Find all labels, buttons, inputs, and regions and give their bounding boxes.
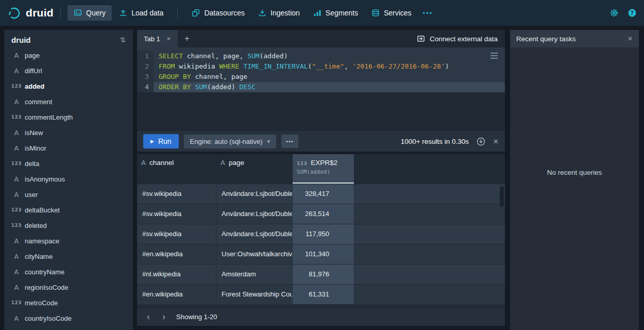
prev-page-button[interactable]: ‹: [141, 310, 156, 324]
sidebar-column-commentLength[interactable]: 123commentLength: [4, 109, 133, 125]
column-name: page: [25, 52, 40, 59]
tasks-empty-message: No recent queries: [510, 169, 639, 176]
download-results-icon[interactable]: [477, 137, 485, 146]
help-icon[interactable]: ?: [628, 8, 637, 18]
sidebar-column-isMinor[interactable]: AisMinor: [4, 140, 133, 156]
cell-channel[interactable]: #sv.wikipedia: [137, 224, 216, 244]
cell-EXPR$2[interactable]: 61,331: [293, 285, 354, 304]
cell-page[interactable]: Forest Stewardship Cou: [216, 285, 293, 304]
settings-gear-icon[interactable]: [609, 8, 619, 18]
table-row: #en.wikipediaUser:Oshwah/talkarchiv101,3…: [137, 244, 505, 265]
cell-page[interactable]: Användare:Lsjbot/Duble: [216, 184, 293, 204]
code-line-4[interactable]: 4ORDER BY SUM(added) DESC: [137, 82, 505, 92]
sidebar-column-deleted[interactable]: 123deleted: [4, 218, 133, 233]
column-name: countryName: [25, 268, 64, 276]
cell-page[interactable]: User:Oshwah/talkarchiv: [216, 244, 293, 264]
results-scrollbar[interactable]: [500, 186, 504, 207]
nav-item-query[interactable]: Query: [67, 5, 112, 21]
sidebar-column-list: ApageAdiffUrl123addedAcomment123commentL…: [4, 47, 133, 326]
string-type-icon: A: [8, 98, 25, 106]
query-more-button[interactable]: •••: [281, 135, 298, 148]
chevron-down-icon: ▾: [267, 138, 270, 145]
nav-item-ingestion[interactable]: Ingestion: [252, 5, 306, 21]
sidebar-column-user[interactable]: Auser: [4, 187, 133, 202]
close-results-icon[interactable]: ✕: [493, 138, 499, 145]
sidebar-column-isAnonymous[interactable]: AisAnonymous: [4, 171, 133, 187]
cell-channel[interactable]: #en.wikipedia: [137, 244, 216, 264]
cell-channel[interactable]: #nl.wikipedia: [137, 265, 216, 284]
new-tab-button[interactable]: +: [178, 34, 196, 44]
nav-item-services[interactable]: Services: [365, 5, 418, 21]
cell-EXPR$2[interactable]: 328,417: [293, 184, 354, 204]
tasks-panel-header: Recent query tasks ✕: [510, 30, 639, 47]
cell-page[interactable]: Användare:Lsjbot/Duble: [216, 204, 293, 224]
datasource-title[interactable]: druid: [11, 36, 31, 44]
column-header-channel[interactable]: Achannel: [137, 154, 216, 184]
nav-item-segments[interactable]: Segments: [307, 5, 364, 21]
cell-page[interactable]: Användare:Lsjbot/Duble: [216, 224, 293, 244]
row-filler: [354, 265, 505, 284]
sidebar-column-isNew[interactable]: AisNew: [4, 125, 133, 140]
cell-EXPR$2[interactable]: 263,514: [293, 204, 354, 224]
column-name: deltaBucket: [25, 206, 60, 214]
code-line-2[interactable]: 2FROM wikipedia WHERE TIME_IN_INTERVAL("…: [137, 61, 505, 72]
sort-columns-icon[interactable]: ⇅: [120, 36, 126, 44]
column-name: comment: [25, 98, 52, 106]
nav-items: QueryLoad dataDatasourcesIngestionSegmen…: [67, 5, 437, 21]
play-icon: ▶: [150, 139, 154, 144]
row-filler: [354, 285, 505, 304]
nav-item-datasources[interactable]: Datasources: [185, 5, 251, 21]
nav-item-more[interactable]: •••: [419, 6, 437, 21]
tab-close-icon[interactable]: ✕: [166, 36, 171, 42]
sidebar-header: druid ⇅: [4, 30, 133, 47]
cell-page[interactable]: Amsterdam: [216, 265, 293, 284]
sidebar-column-cityName[interactable]: AcityName: [4, 249, 133, 264]
sidebar-column-countryIsoCode[interactable]: AcountryIsoCode: [4, 310, 133, 326]
sidebar-column-comment[interactable]: Acomment: [4, 94, 133, 109]
table-row: #nl.wikipediaAmsterdam81,976: [137, 265, 505, 285]
nav-item-label: Services: [384, 9, 412, 17]
code-text: SELECT channel, page, SUM(added): [154, 51, 505, 61]
sidebar-column-page[interactable]: Apage: [4, 47, 133, 63]
editor-menu-icon[interactable]: [490, 52, 498, 59]
run-button[interactable]: ▶ Run: [143, 134, 179, 148]
sidebar-column-regionIsoCode[interactable]: AregionIsoCode: [4, 279, 133, 295]
code-line-3[interactable]: 3GROUP BY channel, page: [137, 72, 505, 82]
code-line-1[interactable]: 1SELECT channel, page, SUM(added): [137, 51, 505, 61]
cell-channel[interactable]: #sv.wikipedia: [137, 184, 216, 204]
sidebar-column-metroCode[interactable]: 123metroCode: [4, 295, 133, 310]
cell-EXPR$2[interactable]: 117,950: [293, 224, 354, 244]
nav-item-label: Segments: [326, 9, 358, 17]
nav-divider: [60, 7, 61, 19]
column-header-EXPR$2[interactable]: 123EXPR$2SUM(added): [293, 154, 354, 184]
sidebar-column-diffUrl[interactable]: AdiffUrl: [4, 63, 133, 78]
next-page-button[interactable]: ›: [157, 310, 171, 324]
sidebar-column-countryName[interactable]: AcountryName: [4, 264, 133, 279]
sidebar-column-delta[interactable]: 123delta: [4, 156, 133, 171]
connect-external-data-button[interactable]: Connect external data: [417, 35, 505, 43]
engine-selector[interactable]: Engine: auto (sql-native) ▾: [184, 135, 276, 148]
sidebar-column-deltaBucket[interactable]: 123deltaBucket: [4, 202, 133, 218]
column-header-page[interactable]: Apage: [216, 154, 293, 184]
sidebar-column-added[interactable]: 123added: [4, 78, 133, 94]
sidebar-column-namespace[interactable]: Anamespace: [4, 233, 133, 249]
cell-EXPR$2[interactable]: 101,340: [293, 244, 354, 264]
string-type-icon: A: [8, 268, 25, 276]
segments-icon: [313, 9, 321, 17]
table-row: #sv.wikipediaAnvändare:Lsjbot/Duble117,9…: [137, 224, 505, 244]
column-header-label: channel: [149, 159, 174, 167]
cell-channel[interactable]: #en.wikipedia: [137, 285, 216, 304]
tasks-panel-close-icon[interactable]: ✕: [628, 35, 633, 42]
column-name: delta: [25, 160, 39, 168]
druid-logo-icon: [7, 6, 21, 20]
cell-channel[interactable]: #sv.wikipedia: [137, 204, 216, 224]
string-type-icon: A: [221, 159, 225, 167]
number-type-icon: 123: [8, 300, 25, 305]
tab-tab1[interactable]: Tab 1 ✕: [137, 30, 178, 47]
druid-brand[interactable]: druid: [7, 6, 54, 20]
nav-item-load-data[interactable]: Load data: [113, 5, 170, 21]
line-number: 1: [137, 51, 154, 61]
sql-editor[interactable]: 1SELECT channel, page, SUM(added)2FROM w…: [137, 47, 505, 131]
cell-EXPR$2[interactable]: 81,976: [293, 265, 354, 284]
code-text: ORDER BY SUM(added) DESC: [154, 82, 505, 92]
